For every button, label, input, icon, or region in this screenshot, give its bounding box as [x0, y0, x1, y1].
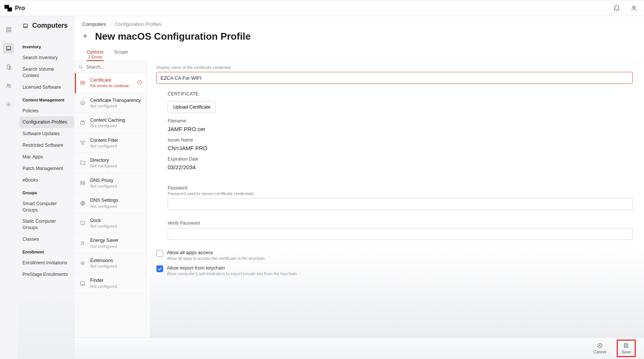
nav-item-enrollment-invitations[interactable]: Enrollment Invitations [19, 257, 74, 269]
account-button[interactable] [631, 5, 637, 12]
payload-certificate-transparency[interactable]: Certificate TransparencyNot configured [75, 93, 147, 113]
dashboard-icon [6, 27, 12, 33]
payload-subtitle: Not configured [90, 103, 141, 109]
user-icon [631, 5, 637, 12]
svg-rect-18 [81, 181, 85, 183]
filename-value: JAMF PRO.cer [168, 126, 633, 132]
payload-extensions[interactable]: ExtensionsNot configured [75, 253, 147, 274]
devices-icon [6, 64, 12, 70]
svg-point-10 [8, 104, 9, 105]
nav-item-configuration-profiles[interactable]: Configuration Profiles [19, 116, 74, 128]
payload-dns-settings[interactable]: DNS SettingsNot configured [75, 193, 147, 213]
payload-title: Dock [90, 217, 117, 223]
nav-item-patch-management[interactable]: Patch Management [19, 163, 74, 174]
rail-users[interactable] [3, 80, 14, 91]
nav-item-classes[interactable]: Classes [19, 234, 74, 245]
svg-point-23 [82, 262, 83, 264]
laptop-icon [6, 45, 12, 51]
global-rail [0, 16, 17, 359]
payload-content-caching[interactable]: Content CachingNot configured [75, 113, 147, 133]
payload-icon [79, 240, 86, 247]
svg-rect-1 [6, 27, 8, 29]
nav-item-mac-apps[interactable]: Mac Apps [19, 151, 74, 163]
rail-devices[interactable] [3, 62, 14, 72]
nav-item-search-inventory[interactable]: Search Inventory [19, 52, 74, 64]
rail-dashboard[interactable] [3, 24, 14, 35]
nav-section-label: Enrollment [22, 250, 72, 254]
nav-item-search-volume-content[interactable]: Search Volume Content [19, 64, 74, 82]
payload-title: Content Filter [90, 137, 118, 143]
back-button[interactable] [82, 33, 88, 40]
breadcrumb-current[interactable]: Configuration Profiles [115, 21, 161, 27]
payload-finder[interactable]: FinderNot configured [75, 273, 147, 293]
display-name-help: Display name of the certificate credenti… [156, 65, 633, 70]
allow-export-checkbox[interactable] [156, 265, 163, 272]
svg-point-0 [633, 6, 635, 8]
payload-title: Extensions [90, 258, 117, 264]
tab-scope[interactable]: Scope [114, 49, 128, 61]
upload-certificate-button[interactable]: Upload Certificate [168, 101, 216, 113]
svg-point-14 [82, 82, 83, 83]
nav-item-licensed-software[interactable]: Licensed Software [19, 82, 74, 93]
payload-icon [79, 220, 86, 226]
bell-icon [613, 5, 620, 12]
allow-export-sub: Allow computer's administrators to expor… [167, 271, 297, 276]
nav-item-software-updates[interactable]: Software Updates [19, 128, 74, 140]
certificate-heading: CERTIFICATE [168, 91, 633, 97]
payload-title: Content Caching [90, 117, 125, 123]
tab-options[interactable]: Options 2 Errors [87, 49, 104, 61]
payload-subtitle: Not configured [90, 123, 125, 128]
password-input[interactable] [168, 198, 633, 210]
payload-energy-saver[interactable]: Energy SaverNot configured [75, 233, 147, 253]
payload-icon [79, 119, 86, 126]
payload-subtitle: Not configured [90, 143, 118, 149]
nav-item-restricted-software[interactable]: Restricted Software [19, 140, 74, 151]
payload-certificate[interactable]: CertificateFix errors to continue. [75, 73, 147, 93]
gear-icon [6, 101, 12, 107]
tabs: Options 2 Errors Scope [75, 48, 644, 61]
payload-subtitle: Not configured [90, 244, 119, 249]
payload-icon [79, 79, 86, 86]
payload-search-input[interactable] [86, 64, 143, 70]
breadcrumb-root[interactable]: Computers [82, 21, 106, 27]
payload-dock[interactable]: DockNot configured [75, 213, 147, 234]
payload-list-pane: CertificateFix errors to continue.Certif… [75, 61, 147, 359]
nav-item-smart-computer-groups[interactable]: Smart Computer Groups [19, 198, 74, 216]
verify-password-input[interactable] [168, 228, 633, 240]
nav-section-label: Inventory [22, 45, 72, 49]
svg-point-22 [82, 242, 84, 245]
payload-subtitle: Not configured [90, 284, 117, 289]
payload-subtitle: Not configured [90, 264, 117, 269]
cancel-icon [597, 343, 603, 349]
bottom-bar: Cancel Save [75, 337, 644, 359]
save-button[interactable]: Save [617, 340, 636, 357]
rail-computers[interactable] [3, 43, 14, 54]
svg-rect-17 [81, 122, 85, 125]
issuer-label: Issuer Name [168, 137, 633, 143]
allow-all-apps-checkbox[interactable] [156, 250, 163, 257]
payload-title: DNS Proxy [90, 177, 117, 183]
nav-item-ebooks[interactable]: eBooks [19, 174, 74, 186]
notifications-button[interactable] [613, 5, 620, 12]
breadcrumb-sep: : [110, 21, 112, 27]
tab-scope-label: Scope [114, 49, 128, 55]
svg-point-12 [79, 66, 82, 68]
payload-icon [79, 280, 86, 287]
payload-icon [79, 100, 86, 106]
svg-rect-4 [9, 30, 11, 32]
cancel-button[interactable]: Cancel [591, 341, 608, 356]
svg-rect-6 [7, 65, 9, 69]
allow-all-apps-title: Allow all apps access [167, 250, 265, 256]
payload-content-filter[interactable]: Content FilterNot configured [75, 133, 147, 153]
nav-item-prestage-enrollments[interactable]: PreStage Enrollments [19, 269, 74, 280]
payload-dns-proxy[interactable]: DNS ProxyNot configured [75, 173, 147, 194]
form-pane: Display name of the certificate credenti… [147, 61, 644, 359]
payload-icon [79, 159, 86, 166]
nav-item-policies[interactable]: Policies [19, 105, 74, 117]
display-name-input[interactable] [156, 72, 633, 84]
nav-item-static-computer-groups[interactable]: Static Computer Groups [19, 216, 74, 234]
users-icon [6, 83, 12, 89]
rail-settings[interactable] [3, 99, 14, 110]
payload-search[interactable] [75, 61, 147, 73]
payload-directory[interactable]: DirectoryNot configured [75, 153, 147, 173]
